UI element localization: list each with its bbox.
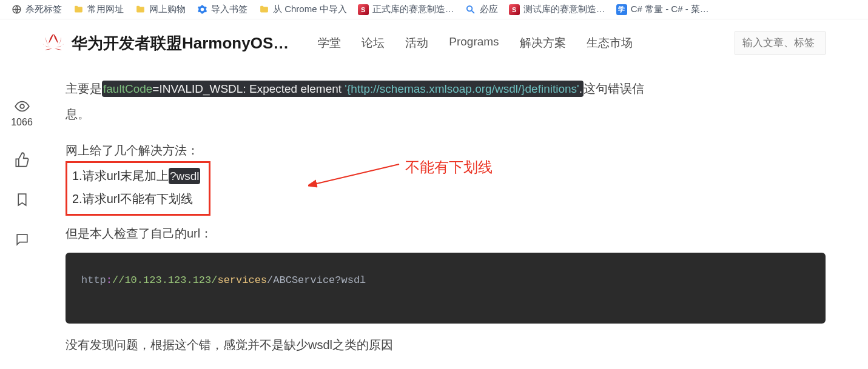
solutions-heading: 网上给了几个解决方法： (66, 142, 832, 159)
bookmark-shopping[interactable]: 网上购物 (135, 4, 186, 15)
thumb-up-icon (13, 151, 30, 168)
bookmark-label: 从 Chrome 中导入 (273, 4, 347, 15)
folder-icon (73, 4, 84, 15)
watermark: CSDN @1314lay_1007 (759, 351, 853, 353)
solutions-box: 1.请求url末尾加上?wsdl 2.请求url不能有下划线 (66, 161, 210, 216)
svg-point-2 (20, 104, 24, 108)
bookmark-label: 网上购物 (149, 4, 186, 15)
bookmark-label: 导入书签 (211, 4, 247, 15)
rail-like[interactable] (13, 151, 30, 168)
rail-views[interactable]: 1066 (11, 98, 33, 128)
solution-1: 1.请求url末尾加上?wsdl (72, 164, 200, 187)
wsdl-chip: ?wsdl (169, 168, 201, 184)
folder-icon (258, 4, 269, 15)
rail-bookmark[interactable] (13, 191, 30, 208)
bookmark-label: C# 常量 - C# - 菜… (631, 4, 709, 15)
error-code-chip: faultCode=INVALID_WSDL: Expected element… (102, 81, 584, 97)
gear-icon (197, 4, 207, 15)
bookmark-icon (13, 191, 30, 208)
nav-link-activity[interactable]: 活动 (405, 35, 428, 51)
bookmarks-bar: 杀死标签 常用网址 网上购物 导入书签 从 Chrome 中导入 正式库的赛意制… (0, 0, 868, 19)
para-suffix-a: 这句错误信 (584, 82, 644, 95)
bookmark-kill-tab[interactable]: 杀死标签 (11, 4, 62, 15)
annotated-solutions: 1.请求url末尾加上?wsdl 2.请求url不能有下划线 不能有下划线 (66, 161, 832, 216)
site-header: 华为开发者联盟HarmonyOS… 学堂 论坛 活动 Programs 解决方案… (0, 19, 868, 61)
para-prefix: 主要是 (66, 82, 102, 95)
site-logo-block[interactable]: 华为开发者联盟HarmonyOS… (42, 33, 289, 54)
bookmark-csharp[interactable]: 学 C# 常量 - C# - 菜… (616, 4, 709, 15)
bookmark-label: 正式库的赛意制造… (372, 4, 454, 15)
site-title: 华为开发者联盟HarmonyOS… (72, 33, 289, 54)
folder-icon (135, 4, 146, 15)
article-content: 主要是faultCode=INVALID_WSDL: Expected elem… (44, 73, 868, 353)
nav-link-solutions[interactable]: 解决方案 (520, 35, 566, 51)
bookmark-chrome-import[interactable]: 从 Chrome 中导入 (258, 4, 347, 15)
bookmark-common[interactable]: 常用网址 (73, 4, 124, 15)
para-suffix-b: 息。 (66, 107, 90, 121)
globe-icon (11, 4, 22, 15)
bottom-line: 没有发现问题，根据这个错，感觉并不是缺少wsdl之类的原因 (66, 337, 832, 353)
tutorial-icon: 学 (616, 4, 627, 15)
nav-links: 学堂 论坛 活动 Programs 解决方案 生态市场 (318, 35, 632, 51)
nav-link-ecomarket[interactable]: 生态市场 (587, 35, 633, 51)
bookmark-label: 常用网址 (87, 4, 124, 15)
solution-2: 2.请求url不能有下划线 (72, 187, 200, 210)
comment-icon (13, 231, 30, 248)
s-icon (509, 4, 520, 15)
bookmark-test-saiyi[interactable]: 测试库的赛意制造… (509, 4, 605, 15)
bookmark-label: 测试库的赛意制造… (523, 4, 605, 15)
bookmark-prod-saiyi[interactable]: 正式库的赛意制造… (358, 4, 454, 15)
annotation-arrow-icon (308, 161, 405, 198)
code-block: http://10.123.123.123/services/ABCServic… (66, 253, 826, 324)
annotation-text: 不能有下划线 (405, 158, 493, 177)
error-description: 主要是faultCode=INVALID_WSDL: Expected elem… (66, 76, 832, 127)
rail-comment[interactable] (13, 231, 30, 248)
s-icon (358, 4, 369, 15)
nav-link-programs[interactable]: Programs (449, 35, 499, 51)
nav-link-forum[interactable]: 论坛 (362, 35, 385, 51)
bookmark-label: 杀死标签 (25, 4, 62, 15)
search-icon (465, 4, 476, 15)
bookmark-import[interactable]: 导入书签 (197, 4, 247, 15)
huawei-logo-icon (42, 34, 64, 52)
svg-point-1 (467, 6, 473, 11)
views-count: 1066 (11, 117, 33, 128)
svg-line-3 (314, 164, 399, 184)
left-rail: 1066 (0, 73, 44, 353)
nav-link-school[interactable]: 学堂 (318, 35, 341, 51)
after-box-text: 但是本人检查了自己的url： (66, 225, 832, 242)
eye-icon (13, 98, 30, 115)
search-input[interactable] (735, 32, 826, 55)
bookmark-bing[interactable]: 必应 (465, 4, 498, 15)
bookmark-label: 必应 (480, 4, 498, 15)
